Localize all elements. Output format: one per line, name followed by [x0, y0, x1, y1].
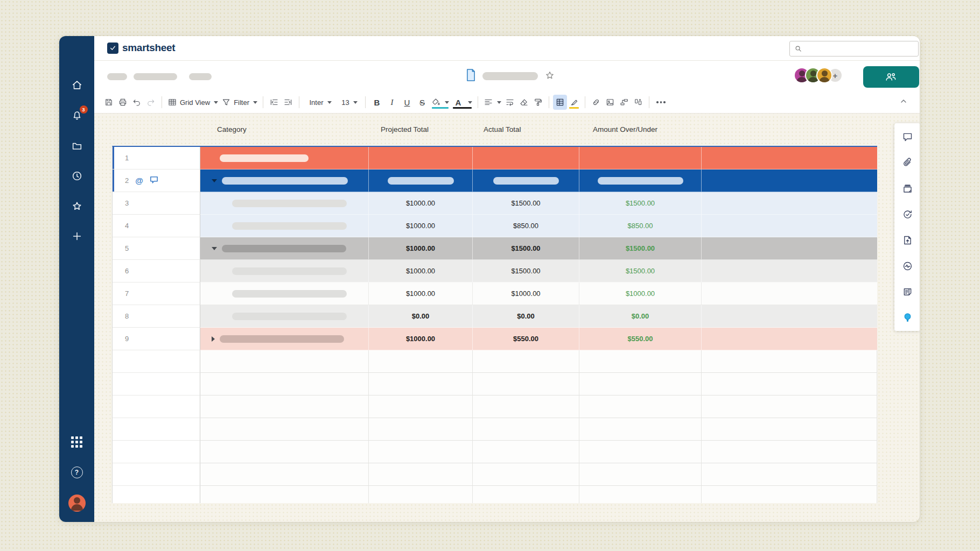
empty-cell[interactable]	[702, 486, 877, 503]
comments-icon[interactable]	[901, 130, 914, 143]
view-selector-dropdown[interactable]: Grid View	[166, 95, 220, 110]
print-button[interactable]	[116, 95, 130, 110]
collapse-row-icon[interactable]	[212, 247, 217, 250]
empty-cell[interactable]	[369, 395, 473, 418]
empty-cell[interactable]	[369, 418, 473, 441]
actual-total-cell[interactable]: $1500.00	[473, 260, 579, 282]
empty-cell[interactable]	[702, 169, 877, 192]
attachments-paperclip-icon[interactable]	[901, 156, 914, 169]
row-number-cell[interactable]: 3	[113, 192, 200, 215]
underline-button[interactable]: U	[400, 95, 415, 110]
create-plus-icon[interactable]	[70, 229, 84, 243]
empty-cell[interactable]	[369, 486, 473, 503]
category-cell-redacted[interactable]	[200, 328, 369, 350]
empty-cell[interactable]	[702, 395, 877, 418]
home-icon[interactable]	[70, 78, 84, 92]
notifications-bell-icon[interactable]: 3	[70, 108, 84, 122]
empty-cell[interactable]	[702, 463, 877, 486]
category-cell-redacted[interactable]	[200, 260, 369, 282]
projected-total-cell[interactable]: $1000.00	[369, 192, 473, 215]
empty-cell[interactable]	[702, 192, 877, 215]
indent-button[interactable]	[281, 95, 295, 110]
over-under-cell[interactable]	[579, 147, 702, 169]
expand-row-icon[interactable]	[212, 336, 215, 342]
insert-image-button[interactable]	[603, 95, 617, 110]
strikethrough-button[interactable]: S	[415, 95, 430, 110]
category-cell-redacted[interactable]	[200, 169, 369, 192]
projected-total-cell[interactable]: $0.00	[369, 305, 473, 328]
help-icon[interactable]: ?	[70, 465, 84, 479]
empty-cell[interactable]	[473, 463, 579, 486]
column-header-amount-over-under[interactable]: Amount Over/Under	[593, 125, 657, 133]
breadcrumb-item[interactable]	[189, 73, 212, 80]
actual-total-cell[interactable]	[473, 169, 579, 192]
wrap-text-button[interactable]	[503, 95, 517, 110]
empty-cell[interactable]	[702, 237, 877, 260]
activity-log-icon[interactable]	[901, 259, 914, 272]
empty-cell[interactable]	[200, 441, 369, 463]
row-number-cell[interactable]: 6	[113, 260, 200, 282]
empty-cell[interactable]	[579, 350, 702, 373]
proofs-icon[interactable]	[901, 182, 914, 195]
row-number-cell[interactable]: 7	[113, 282, 200, 305]
browse-folder-icon[interactable]	[70, 139, 84, 153]
empty-cell[interactable]	[702, 350, 877, 373]
column-header-actual-total[interactable]: Actual Total	[484, 125, 521, 133]
empty-cell[interactable]	[200, 395, 369, 418]
empty-cell[interactable]	[702, 328, 877, 350]
collapse-toolbar-chevron-icon[interactable]	[899, 97, 908, 108]
font-size-dropdown[interactable]: 13	[338, 95, 361, 110]
projected-total-cell[interactable]: $1000.00	[369, 237, 473, 260]
row-number-cell[interactable]	[113, 373, 200, 395]
sheet-summary-icon[interactable]	[901, 285, 914, 298]
global-search[interactable]	[789, 41, 919, 56]
align-dropdown[interactable]	[482, 95, 503, 110]
row-number-cell[interactable]: 5	[113, 237, 200, 260]
empty-cell[interactable]	[369, 441, 473, 463]
projected-total-cell[interactable]	[369, 147, 473, 169]
row-number-cell[interactable]	[113, 486, 200, 503]
filter-dropdown[interactable]: Filter	[220, 95, 259, 110]
cell-borders-button[interactable]	[553, 95, 567, 110]
row-number-cell[interactable]	[113, 418, 200, 441]
card-hierarchy-button[interactable]	[617, 95, 631, 110]
actual-total-cell[interactable]: $550.00	[473, 328, 579, 350]
empty-cell[interactable]	[702, 147, 877, 169]
category-cell-redacted[interactable]	[200, 192, 369, 215]
row-number-cell[interactable]	[113, 441, 200, 463]
over-under-cell[interactable]	[579, 169, 702, 192]
category-cell-redacted[interactable]	[200, 147, 369, 169]
empty-cell[interactable]	[702, 305, 877, 328]
empty-cell[interactable]	[200, 373, 369, 395]
whats-new-balloon-icon[interactable]	[901, 311, 914, 324]
row-number-cell[interactable]	[113, 395, 200, 418]
category-cell-redacted[interactable]	[200, 305, 369, 328]
over-under-cell[interactable]: $1500.00	[579, 260, 702, 282]
actual-total-cell[interactable]	[473, 147, 579, 169]
outdent-button[interactable]	[267, 95, 281, 110]
actual-total-cell[interactable]: $1500.00	[473, 237, 579, 260]
more-options-button[interactable]	[653, 95, 669, 110]
text-color-button[interactable]: A	[451, 95, 474, 110]
empty-cell[interactable]	[200, 486, 369, 503]
collaborator-avatar[interactable]	[816, 67, 832, 83]
over-under-cell[interactable]: $1000.00	[579, 282, 702, 305]
fill-color-button[interactable]	[430, 95, 451, 110]
projected-total-cell[interactable]: $1000.00	[369, 328, 473, 350]
mention-icon[interactable]: @	[135, 176, 143, 185]
empty-cell[interactable]	[369, 373, 473, 395]
font-family-dropdown[interactable]: Inter	[303, 95, 338, 110]
category-cell-redacted[interactable]	[200, 282, 369, 305]
search-input[interactable]	[806, 45, 914, 53]
update-requests-icon[interactable]	[901, 208, 914, 221]
row-number-cell[interactable]: 9	[113, 328, 200, 350]
empty-cell[interactable]	[369, 350, 473, 373]
over-under-cell[interactable]: $850.00	[579, 215, 702, 237]
over-under-cell[interactable]: $550.00	[579, 328, 702, 350]
insert-link-button[interactable]	[589, 95, 603, 110]
empty-cell[interactable]	[200, 350, 369, 373]
recents-clock-icon[interactable]	[70, 169, 84, 183]
actual-total-cell[interactable]: $850.00	[473, 215, 579, 237]
empty-cell[interactable]	[702, 441, 877, 463]
save-button[interactable]	[102, 95, 116, 110]
